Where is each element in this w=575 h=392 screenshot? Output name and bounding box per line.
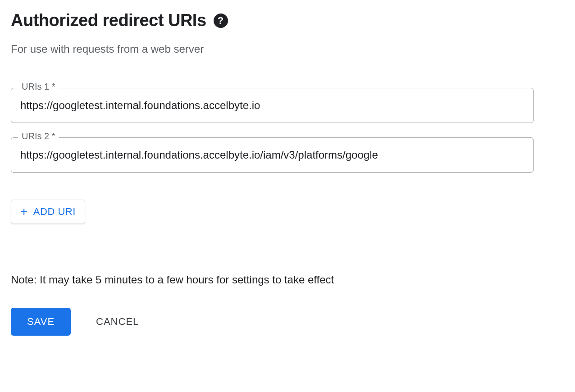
section-description: For use with requests from a web server xyxy=(11,43,564,55)
cancel-button[interactable]: CANCEL xyxy=(96,316,139,328)
add-uri-label: ADD URI xyxy=(33,206,76,218)
uri-label-1: URIs 1 * xyxy=(18,82,59,92)
settings-note: Note: It may take 5 minutes to a few hou… xyxy=(11,273,564,286)
page-title: Authorized redirect URIs xyxy=(11,11,206,30)
plus-icon: + xyxy=(20,205,28,218)
uri-field-1: URIs 1 * xyxy=(11,88,534,123)
uri-label-2: URIs 2 * xyxy=(18,131,59,141)
uri-field-2: URIs 2 * xyxy=(11,137,534,173)
help-icon[interactable]: ? xyxy=(214,14,228,28)
action-buttons: SAVE CANCEL xyxy=(11,308,564,336)
save-button[interactable]: SAVE xyxy=(11,308,71,336)
uri-input-2[interactable] xyxy=(11,137,534,173)
add-uri-button[interactable]: + ADD URI xyxy=(11,200,85,224)
uri-input-1[interactable] xyxy=(11,88,534,123)
